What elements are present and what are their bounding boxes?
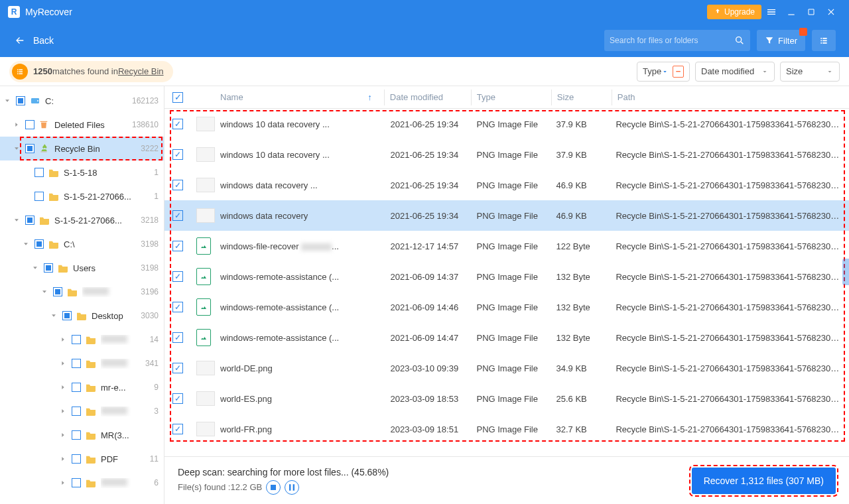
row-checkbox[interactable]: [172, 241, 183, 251]
expand-icon[interactable]: [12, 121, 21, 128]
folder-tree-sidebar[interactable]: C:162123Deleted Files138610Recycle Bin32…: [0, 86, 164, 504]
view-toggle-button[interactable]: [812, 30, 836, 51]
expand-icon[interactable]: [58, 432, 68, 438]
tree-checkbox[interactable]: [34, 239, 44, 249]
table-row[interactable]: windows-file-recover ...2021-12-17 14:57…: [164, 231, 849, 261]
tree-checkbox[interactable]: [72, 407, 81, 416]
tree-item[interactable]: 3196: [0, 280, 164, 304]
date-filter-dropdown[interactable]: Date modified: [695, 62, 775, 82]
tree-item[interactable]: C:162123: [0, 89, 164, 113]
tree-item[interactable]: 3: [0, 399, 164, 423]
row-checkbox[interactable]: [172, 393, 183, 404]
clear-type-filter[interactable]: −: [673, 66, 684, 78]
tree-item[interactable]: MR(3...: [0, 423, 164, 447]
maximize-button[interactable]: [801, 3, 821, 21]
recover-button[interactable]: Recover 1,312 files (307 MB): [692, 468, 836, 494]
expand-icon[interactable]: [58, 479, 68, 486]
expand-icon[interactable]: [49, 312, 58, 319]
table-row[interactable]: world-DE.png2023-03-10 09:39PNG Image Fi…: [164, 353, 849, 383]
search-input[interactable]: [610, 36, 734, 45]
stop-scan-button[interactable]: [266, 480, 281, 495]
column-path[interactable]: Path: [612, 92, 849, 102]
table-row[interactable]: windows-remote-assistance (...2021-06-09…: [164, 292, 849, 322]
tree-item[interactable]: 6: [0, 471, 164, 495]
table-row[interactable]: windows-remote-assistance (...2021-06-09…: [164, 261, 849, 292]
table-row[interactable]: windows-remote-assistance (...2021-06-09…: [164, 322, 849, 353]
table-row[interactable]: world-ES.png2023-03-09 18:53PNG Image Fi…: [164, 383, 849, 414]
back-button[interactable]: Back: [13, 35, 54, 46]
expand-icon[interactable]: [40, 288, 49, 295]
expand-icon[interactable]: [58, 384, 68, 391]
row-checkbox[interactable]: [172, 332, 183, 343]
tree-item[interactable]: S-1-5-21-27066...3218: [0, 208, 164, 232]
table-row[interactable]: windows 10 data recovery ...2021-06-25 1…: [164, 139, 849, 170]
expand-icon[interactable]: [3, 97, 12, 104]
tree-item[interactable]: Users3198: [0, 256, 164, 280]
expand-icon[interactable]: [58, 408, 68, 414]
tree-checkbox[interactable]: [72, 454, 81, 464]
filter-button[interactable]: Filter: [757, 30, 805, 51]
tree-item[interactable]: S-1-5-21-27066...1: [0, 184, 164, 208]
row-checkbox[interactable]: [172, 180, 183, 190]
row-checkbox[interactable]: [172, 302, 183, 312]
row-checkbox[interactable]: [172, 149, 183, 160]
expand-icon[interactable]: [58, 360, 68, 367]
tree-checkbox[interactable]: [72, 359, 81, 368]
tree-item-count: 3198: [141, 263, 159, 273]
file-list[interactable]: windows 10 data recovery ...2021-06-25 1…: [164, 109, 849, 456]
file-size: 132 Byte: [551, 302, 610, 312]
column-name[interactable]: Name↑: [215, 92, 384, 102]
pause-scan-button[interactable]: [285, 480, 299, 495]
tree-item[interactable]: PDF11: [0, 447, 164, 471]
tree-item[interactable]: Desktop3030: [0, 304, 164, 328]
tree-item[interactable]: S-1-5-181: [0, 160, 164, 184]
type-filter-dropdown[interactable]: Type −: [637, 62, 690, 82]
tree-checkbox[interactable]: [25, 120, 34, 129]
column-date[interactable]: Date modified: [385, 92, 471, 102]
table-row[interactable]: windows 10 data recovery ...2021-06-25 1…: [164, 109, 849, 139]
expand-icon[interactable]: [31, 265, 40, 271]
expand-icon[interactable]: [58, 336, 68, 343]
size-filter-dropdown[interactable]: Size: [780, 62, 840, 82]
table-row[interactable]: windows data recovery2021-06-25 19:34PNG…: [164, 200, 849, 231]
menu-button[interactable]: [761, 3, 781, 21]
upgrade-button[interactable]: Upgrade: [707, 5, 761, 19]
table-row[interactable]: windows data recovery ...2021-06-25 19:3…: [164, 170, 849, 200]
tree-item[interactable]: 14: [0, 328, 164, 351]
tree-item[interactable]: Deleted Files138610: [0, 113, 164, 137]
tree-checkbox[interactable]: [53, 287, 62, 296]
column-type[interactable]: Type: [472, 92, 551, 102]
tree-checkbox[interactable]: [34, 168, 44, 177]
tree-checkbox[interactable]: [34, 192, 44, 201]
expand-icon[interactable]: [21, 241, 31, 247]
row-checkbox[interactable]: [172, 271, 183, 282]
minimize-button[interactable]: [781, 3, 801, 21]
expand-icon[interactable]: [58, 456, 68, 462]
select-all-checkbox[interactable]: ✓: [172, 92, 183, 103]
tree-item[interactable]: Recycle Bin3222: [0, 137, 164, 160]
matches-location[interactable]: Recycle Bin: [118, 66, 164, 76]
tree-checkbox[interactable]: [72, 430, 81, 440]
side-collapse-handle[interactable]: [842, 259, 849, 285]
tree-item[interactable]: C:\3198: [0, 232, 164, 256]
tree-checkbox[interactable]: [72, 335, 81, 344]
close-button[interactable]: [821, 3, 841, 21]
table-row[interactable]: world-FR.png2023-03-09 18:51PNG Image Fi…: [164, 414, 849, 444]
row-checkbox[interactable]: [172, 210, 183, 221]
row-checkbox[interactable]: [172, 363, 183, 373]
tree-checkbox[interactable]: [44, 263, 53, 273]
tree-checkbox[interactable]: [72, 383, 81, 392]
tree-checkbox[interactable]: [25, 216, 34, 225]
tree-checkbox[interactable]: [16, 96, 25, 105]
expand-icon[interactable]: [12, 145, 21, 152]
row-checkbox[interactable]: [172, 424, 183, 434]
tree-checkbox[interactable]: [72, 478, 81, 487]
expand-icon[interactable]: [12, 217, 21, 223]
search-box[interactable]: [604, 30, 750, 51]
tree-item[interactable]: 341: [0, 351, 164, 375]
column-size[interactable]: Size: [552, 92, 612, 102]
tree-checkbox[interactable]: [25, 144, 34, 153]
row-checkbox[interactable]: [172, 119, 183, 129]
tree-item[interactable]: mr-e...9: [0, 375, 164, 399]
tree-checkbox[interactable]: [62, 311, 72, 320]
